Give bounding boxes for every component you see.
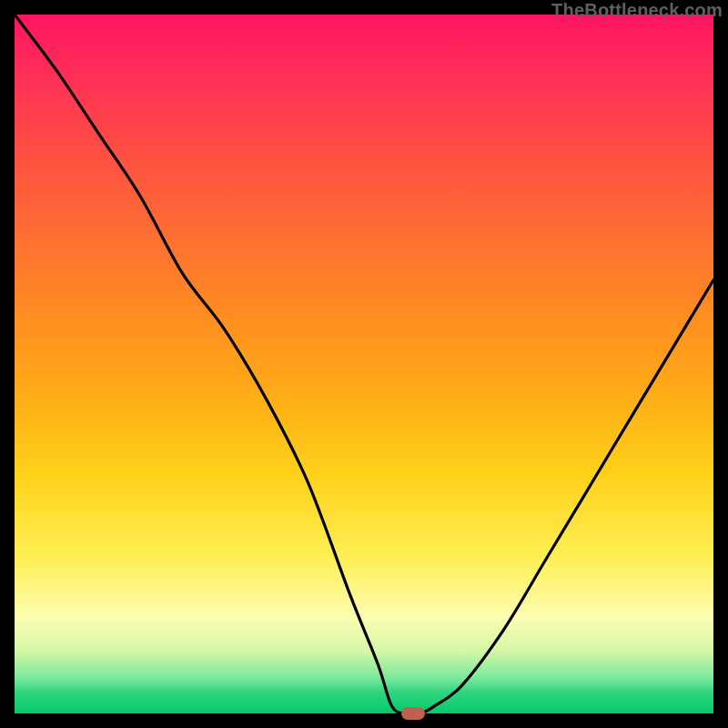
plot-area — [15, 15, 713, 713]
chart-frame: TheBottleneck.com — [0, 0, 728, 728]
watermark-text: TheBottleneck.com — [551, 0, 723, 21]
optimal-point-marker — [401, 707, 425, 720]
bottleneck-curve — [15, 15, 713, 713]
